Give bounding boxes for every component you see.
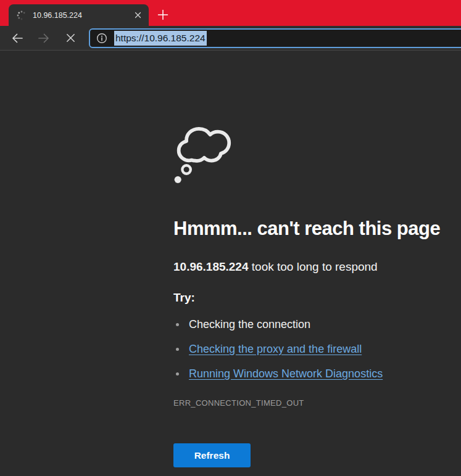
error-subtitle-rest: took too long to respond [249,260,378,273]
error-page: Hmmm... can't reach this page 10.96.185.… [173,51,451,476]
suggestion-item: Checking the connection [173,312,383,337]
thought-cloud-icon [173,123,233,189]
network-diagnostics-link[interactable]: Running Windows Network Diagnostics [189,367,383,380]
try-label: Try: [173,291,195,305]
tab-close-button[interactable] [132,9,144,21]
refresh-button[interactable]: Refresh [173,443,251,467]
forward-button[interactable] [36,30,52,46]
tab-title: 10.96.185.224 [33,11,132,20]
suggestion-text: Checking the connection [189,318,310,330]
titlebar: 10.96.185.224 [0,0,461,26]
url-selected-text: https://10.96.185.224 [114,31,207,46]
browser-window: 10.96.185.224 [0,0,461,476]
suggestion-list: Checking the connection Checking the pro… [173,312,383,386]
error-code: ERR_CONNECTION_TIMED_OUT [173,398,304,408]
back-button[interactable] [9,30,25,46]
new-tab-button[interactable] [154,6,172,24]
error-host: 10.96.185.224 [173,260,249,273]
navigation-toolbar: https://10.96.185.224 [0,26,461,51]
address-bar[interactable]: https://10.96.185.224 [89,28,461,48]
page-content: Hmmm... can't reach this page 10.96.185.… [0,51,461,476]
browser-tab[interactable]: 10.96.185.224 [9,4,149,26]
stop-button[interactable] [62,30,78,46]
suggestion-item: Checking the proxy and the firewall [173,337,383,361]
loading-spinner-icon [17,10,27,20]
error-title: Hmmm... can't reach this page [173,218,440,240]
proxy-firewall-link[interactable]: Checking the proxy and the firewall [189,343,362,355]
error-subtitle: 10.96.185.224 took too long to respond [173,260,378,274]
url-text: https://10.96.185.224 [114,33,207,44]
bullet-icon [176,372,179,375]
bullet-icon [176,323,179,326]
bullet-icon [176,348,179,351]
suggestion-item: Running Windows Network Diagnostics [173,361,383,386]
site-info-icon[interactable] [95,31,109,45]
